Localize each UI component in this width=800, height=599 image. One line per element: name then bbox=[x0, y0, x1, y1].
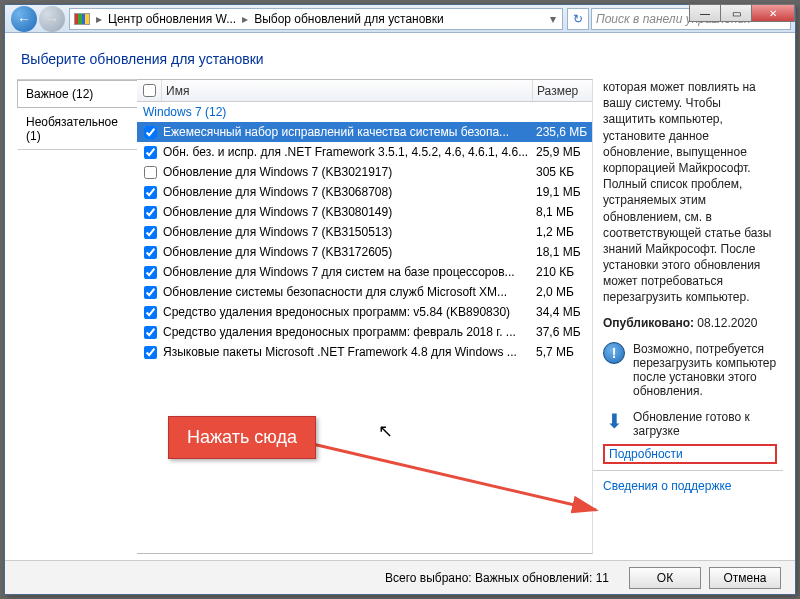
details-pane: которая может повлиять на вашу систему. … bbox=[593, 79, 783, 554]
column-size[interactable]: Размер bbox=[532, 80, 592, 101]
ok-button[interactable]: ОК bbox=[629, 567, 701, 589]
details-link[interactable]: Подробности bbox=[609, 447, 683, 461]
row-size: 25,9 МБ bbox=[532, 145, 592, 159]
table-row[interactable]: Средство удаления вредоносных программ: … bbox=[137, 322, 592, 342]
row-size: 1,2 МБ bbox=[532, 225, 592, 239]
row-checkbox[interactable] bbox=[144, 146, 157, 159]
published-date: 08.12.2020 bbox=[697, 316, 757, 330]
windows-update-icon bbox=[74, 11, 90, 27]
table-row[interactable]: Обн. без. и испр. для .NET Framework 3.5… bbox=[137, 142, 592, 162]
address-bar[interactable]: ▸ Центр обновления W... ▸ Выбор обновлен… bbox=[69, 8, 563, 30]
row-name: Обновление для Windows 7 (KB3080149) bbox=[161, 205, 532, 219]
row-checkbox[interactable] bbox=[144, 286, 157, 299]
nav-back-button[interactable]: ← bbox=[11, 6, 37, 32]
table-row[interactable]: Языковые пакеты Microsoft .NET Framework… bbox=[137, 342, 592, 362]
row-size: 8,1 МБ bbox=[532, 205, 592, 219]
footer-status: Всего выбрано: Важных обновлений: 11 bbox=[385, 571, 609, 585]
update-description: которая может повлиять на вашу систему. … bbox=[603, 79, 777, 306]
tab-important[interactable]: Важное (12) bbox=[17, 80, 137, 108]
row-name: Обновление системы безопасности для служ… bbox=[161, 285, 532, 299]
breadcrumb-chevron-icon: ▸ bbox=[240, 12, 250, 26]
table-row[interactable]: Обновление для Windows 7 (KB3080149)8,1 … bbox=[137, 202, 592, 222]
select-all-checkbox[interactable] bbox=[143, 84, 156, 97]
info-shield-icon: ! bbox=[603, 342, 625, 364]
table-row[interactable]: Обновление системы безопасности для служ… bbox=[137, 282, 592, 302]
titlebar: ← → ▸ Центр обновления W... ▸ Выбор обно… bbox=[5, 5, 795, 33]
page-title: Выберите обновления для установки bbox=[21, 51, 779, 67]
row-size: 19,1 МБ bbox=[532, 185, 592, 199]
row-size: 34,4 МБ bbox=[532, 305, 592, 319]
table-header: Имя Размер bbox=[137, 80, 592, 102]
row-name: Обновление для Windows 7 (KB3021917) bbox=[161, 165, 532, 179]
close-button[interactable]: ✕ bbox=[751, 4, 795, 22]
tab-optional[interactable]: Необязательное (1) bbox=[17, 108, 137, 150]
table-body[interactable]: Windows 7 (12)Ежемесячный набор исправле… bbox=[137, 102, 592, 553]
row-name: Языковые пакеты Microsoft .NET Framework… bbox=[161, 345, 532, 359]
table-row[interactable]: Обновление для Windows 7 для систем на б… bbox=[137, 262, 592, 282]
refresh-button[interactable]: ↻ bbox=[567, 8, 589, 30]
window: — ▭ ✕ ← → ▸ Центр обновления W... ▸ Выбо… bbox=[4, 4, 796, 595]
row-checkbox[interactable] bbox=[144, 246, 157, 259]
table-row[interactable]: Обновление для Windows 7 (KB3150513)1,2 … bbox=[137, 222, 592, 242]
row-checkbox[interactable] bbox=[144, 186, 157, 199]
row-size: 18,1 МБ bbox=[532, 245, 592, 259]
row-name: Обн. без. и испр. для .NET Framework 3.5… bbox=[161, 145, 532, 159]
row-name: Обновление для Windows 7 (KB3150513) bbox=[161, 225, 532, 239]
row-checkbox[interactable] bbox=[144, 346, 157, 359]
row-name: Обновление для Windows 7 (KB3172605) bbox=[161, 245, 532, 259]
row-checkbox[interactable] bbox=[144, 226, 157, 239]
table-row[interactable]: Обновление для Windows 7 (KB3021917)305 … bbox=[137, 162, 592, 182]
breadcrumb-root[interactable]: Центр обновления W... bbox=[104, 12, 240, 26]
row-checkbox[interactable] bbox=[144, 126, 157, 139]
restart-note: Возможно, потребуется перезагрузить комп… bbox=[633, 342, 777, 398]
minimize-button[interactable]: — bbox=[689, 4, 721, 22]
column-name[interactable]: Имя bbox=[161, 80, 532, 101]
window-controls: — ▭ ✕ bbox=[690, 4, 795, 22]
table-row[interactable]: Средство удаления вредоносных программ: … bbox=[137, 302, 592, 322]
download-arrow-icon: ⬇ bbox=[603, 410, 625, 432]
row-checkbox[interactable] bbox=[144, 326, 157, 339]
row-name: Обновление для Windows 7 для систем на б… bbox=[161, 265, 532, 279]
row-size: 210 КБ bbox=[532, 265, 592, 279]
row-size: 305 КБ bbox=[532, 165, 592, 179]
annotation-callout: Нажать сюда bbox=[168, 416, 316, 459]
download-ready: Обновление готово к загрузке bbox=[633, 410, 777, 438]
row-name: Ежемесячный набор исправлений качества с… bbox=[161, 125, 532, 139]
row-name: Средство удаления вредоносных программ: … bbox=[161, 325, 532, 339]
row-checkbox[interactable] bbox=[144, 166, 157, 179]
published-label: Опубликовано: bbox=[603, 316, 694, 330]
row-checkbox[interactable] bbox=[144, 206, 157, 219]
row-checkbox[interactable] bbox=[144, 266, 157, 279]
support-link[interactable]: Сведения о поддержке bbox=[603, 479, 732, 493]
breadcrumb-leaf[interactable]: Выбор обновлений для установки bbox=[250, 12, 448, 26]
maximize-button[interactable]: ▭ bbox=[720, 4, 752, 22]
nav-forward-button[interactable]: → bbox=[39, 6, 65, 32]
row-name: Средство удаления вредоносных программ: … bbox=[161, 305, 532, 319]
row-size: 2,0 МБ bbox=[532, 285, 592, 299]
group-header[interactable]: Windows 7 (12) bbox=[137, 102, 592, 122]
address-dropdown-icon[interactable]: ▾ bbox=[548, 12, 558, 26]
row-size: 235,6 МБ bbox=[532, 125, 592, 139]
row-name: Обновление для Windows 7 (KB3068708) bbox=[161, 185, 532, 199]
update-list: Имя Размер Windows 7 (12)Ежемесячный наб… bbox=[137, 79, 593, 554]
row-size: 5,7 МБ bbox=[532, 345, 592, 359]
cancel-button[interactable]: Отмена bbox=[709, 567, 781, 589]
table-row[interactable]: Ежемесячный набор исправлений качества с… bbox=[137, 122, 592, 142]
row-size: 37,6 МБ bbox=[532, 325, 592, 339]
category-tabs: Важное (12) Необязательное (1) bbox=[17, 79, 137, 554]
separator bbox=[593, 470, 783, 471]
content-area: Выберите обновления для установки Важное… bbox=[5, 33, 795, 560]
table-row[interactable]: Обновление для Windows 7 (KB3068708)19,1… bbox=[137, 182, 592, 202]
row-checkbox[interactable] bbox=[144, 306, 157, 319]
breadcrumb-chevron-icon: ▸ bbox=[94, 12, 104, 26]
table-row[interactable]: Обновление для Windows 7 (KB3172605)18,1… bbox=[137, 242, 592, 262]
footer: Всего выбрано: Важных обновлений: 11 ОК … bbox=[5, 560, 795, 594]
